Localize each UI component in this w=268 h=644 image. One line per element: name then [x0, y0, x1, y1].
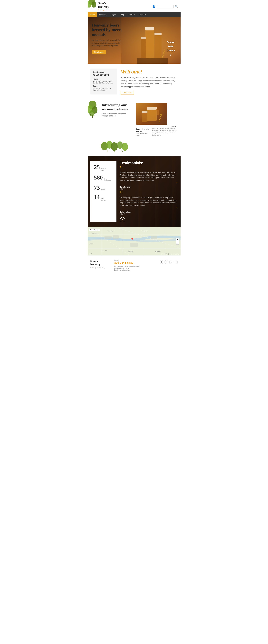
- svg-line-37: [121, 150, 123, 152]
- footer-address-line2: Grand Marais, 55604: [114, 268, 157, 269]
- map-google-logo: Google: [88, 253, 92, 255]
- stat-2-number: 580: [94, 174, 103, 181]
- search-input[interactable]: [157, 5, 174, 8]
- nav-about[interactable]: About us: [97, 12, 109, 17]
- social-icons: f 𝕡 in t: [160, 260, 178, 264]
- map-zoom-controls: + −: [176, 238, 179, 244]
- logo-line2: brewery: [98, 5, 110, 8]
- hero-title: Heavenly beers brewed by mere mortals: [92, 23, 121, 37]
- footer-email: Email: hello@email.org: [114, 269, 157, 271]
- testimonial-2-text: I'm very picky about tripels and other B…: [120, 196, 178, 207]
- testimonial-1-author: Tom Sawyer: [120, 186, 178, 188]
- dot-2[interactable]: [173, 126, 175, 127]
- testimonials-content: Testimonials: " Fragrant with the spicy …: [120, 161, 178, 222]
- product-carousel-dots: [136, 126, 178, 127]
- map-section: East Orange North Bergen Great Neck Newa…: [88, 227, 181, 255]
- search-icon[interactable]: 🔍: [175, 5, 178, 8]
- svg-text:East Orange: East Orange: [92, 232, 98, 234]
- nav-pages[interactable]: Pages: [109, 12, 118, 17]
- stats-box: 25 sorts of beer 580 litres every day 73…: [90, 161, 116, 222]
- svg-rect-49: [113, 235, 119, 239]
- play-button[interactable]: ▶: [120, 217, 125, 222]
- product-info: Spring: Imperial Red Ale (available Marc…: [136, 128, 150, 136]
- dot-1[interactable]: [172, 126, 173, 127]
- seasonal-section: Introducing our seasonal releases Northw…: [88, 100, 181, 156]
- welcome-text: to Sam`s brewery in Grand Marais, Minnes…: [121, 76, 178, 88]
- hero-text: We brew authentic craft beers and offer …: [92, 39, 121, 47]
- logo-name: Sam`s brewery: [98, 2, 110, 8]
- view-beers[interactable]: View our beers ∨: [166, 40, 175, 57]
- footer-copyright: © 2016 | Privacy Policy: [90, 267, 112, 269]
- svg-point-34: [122, 143, 128, 151]
- open-quote-2: ": [120, 193, 178, 195]
- map-type-map[interactable]: Map: [90, 229, 93, 231]
- footer: Sam`s brewery © 2016 | Privacy Policy Ca…: [88, 255, 181, 275]
- hops-left-decoration: [88, 101, 100, 118]
- tour-phone: +1 800 123 1234: [93, 74, 115, 76]
- beer-product-container: [136, 103, 167, 125]
- seasonal-product: Spring: Imperial Red Ale (available Marc…: [136, 103, 178, 136]
- welcome-title: Welcome!: [121, 68, 178, 75]
- dot-3[interactable]: [175, 126, 176, 127]
- welcome-content: Welcome! to Sam`s brewery in Grand Marai…: [121, 68, 178, 94]
- testimonial-1: " Fragrant with the spicy aromas of clov…: [120, 168, 178, 190]
- tour-booking-label: Tour booking: [93, 71, 115, 73]
- stat-3: 73 shops: [94, 184, 113, 191]
- nav-home[interactable]: Home: [88, 12, 97, 17]
- svg-text:Great Neck: Great Neck: [141, 230, 147, 232]
- footer-brand-name: Sam`s brewery: [90, 260, 112, 266]
- stat-4: 14 gold medals: [94, 194, 113, 201]
- pinterest-icon[interactable]: 𝕡: [165, 260, 168, 264]
- nav-blog[interactable]: Blog: [118, 12, 126, 17]
- stat-2: 580 litres every day: [94, 174, 113, 182]
- welcome-cta-button[interactable]: Read more: [121, 90, 134, 94]
- stat-1: 25 sorts of beer: [94, 164, 113, 172]
- svg-point-18: [89, 110, 94, 116]
- tour-times: 1:00pm, 3:00pm & 5:00pm: [93, 88, 115, 89]
- linkedin-icon[interactable]: in: [169, 260, 173, 264]
- footer-address-line1: My Company – 1234 Shoreline Blvd,: [114, 266, 157, 268]
- facebook-icon[interactable]: f: [160, 260, 163, 264]
- product-caption: Spring: Imperial Red Ale (available Marc…: [136, 128, 178, 136]
- product-name: Spring: Imperial Red Ale: [136, 128, 149, 132]
- chevron-down-icon: ∨: [166, 53, 175, 56]
- stat-3-label: shops: [101, 188, 105, 190]
- tour-hours-weekend: Sat–Sun 10:00am to 9:00pm: [93, 82, 115, 84]
- stat-1-label: sorts of beer: [101, 168, 106, 172]
- map-terms: Terms of Use | Report a map error: [161, 253, 180, 255]
- nav-contacts[interactable]: Contacts: [137, 12, 149, 17]
- logo-tagline: Brewing company: [98, 9, 110, 11]
- svg-text:Floral Park: Floral Park: [155, 251, 161, 252]
- footer-contact: Call us: 800-2345-6789 My Company – 1234…: [114, 260, 157, 271]
- view-beers-text: View our beers: [166, 40, 175, 52]
- footer-address: My Company – 1234 Shoreline Blvd, Grand …: [114, 266, 157, 271]
- zoom-out-button[interactable]: −: [176, 241, 179, 244]
- footer-phone: 800-2345-6789: [114, 261, 157, 264]
- testimonials-section: 25 sorts of beer 580 litres every day 73…: [88, 156, 181, 227]
- stat-4-label: gold medals: [101, 198, 106, 201]
- open-quote-1: ": [120, 168, 178, 170]
- footer-logo: Sam`s brewery © 2016 | Privacy Policy: [90, 260, 112, 269]
- close-quote-1: ": [120, 182, 178, 185]
- map-type-control[interactable]: Map Satellite: [89, 228, 100, 231]
- tour-hours-label: Hours: [93, 78, 115, 80]
- map-type-satellite[interactable]: Satellite: [94, 229, 99, 231]
- svg-point-32: [111, 142, 118, 151]
- tour-days: Saturday & Sunday: [93, 89, 115, 91]
- seasonal-title: Introducing our seasonal releases: [102, 103, 133, 112]
- hero-cta-button[interactable]: Read more: [92, 50, 106, 54]
- stat-3-number: 73: [94, 184, 100, 191]
- twitter-icon[interactable]: t: [174, 260, 178, 264]
- testimonials-title: Testimonials:: [120, 161, 178, 165]
- nav-gallery[interactable]: Gallery: [126, 12, 137, 17]
- tour-box: Tour booking +1 800 123 1234 Hours Mon–F…: [90, 68, 117, 94]
- footer-call-label: Call us:: [114, 260, 157, 261]
- close-quote-2: ": [120, 208, 178, 210]
- testimonial-2: " I'm very picky about tripels and other…: [120, 193, 178, 215]
- zoom-in-button[interactable]: +: [176, 238, 179, 241]
- user-icon[interactable]: 👤: [152, 5, 155, 8]
- logo: Sam`s brewery Brewing company: [98, 2, 110, 11]
- logo-line1: Sam`s: [98, 2, 110, 5]
- svg-rect-50: [130, 243, 138, 247]
- footer-brand-line2: brewery: [90, 262, 112, 266]
